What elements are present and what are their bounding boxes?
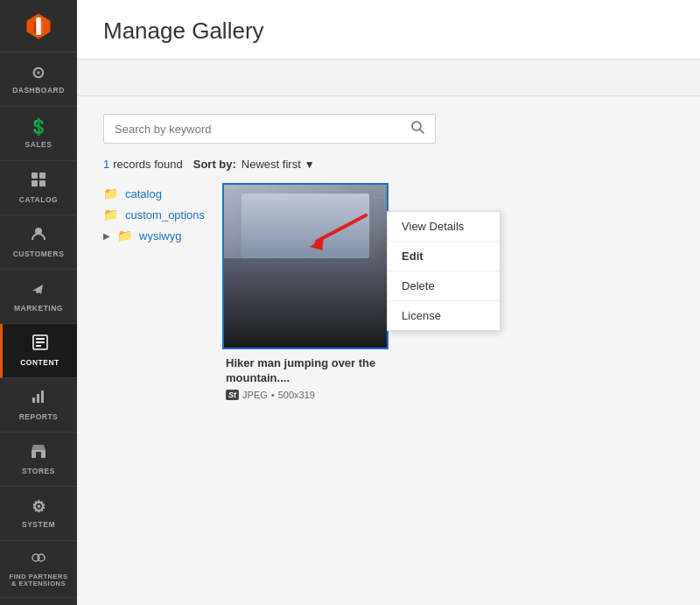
sidebar-item-label: STORES <box>22 467 55 475</box>
svg-point-9 <box>36 290 39 293</box>
context-menu-edit[interactable]: Edit <box>388 242 500 271</box>
svg-rect-13 <box>36 345 41 347</box>
folder-name: custom_options <box>125 208 205 222</box>
folder-item-catalog[interactable]: 📁 catalog <box>103 183 205 204</box>
context-menu-delete[interactable]: Delete <box>388 271 500 301</box>
sidebar-item-label: SYSTEM <box>22 520 55 529</box>
sort-label: Sort by: <box>193 158 236 171</box>
svg-rect-4 <box>32 172 38 179</box>
page-header: Manage Gallery <box>77 0 700 60</box>
image-dimensions: 500x319 <box>278 390 315 400</box>
svg-rect-3 <box>36 18 40 35</box>
svg-rect-6 <box>32 180 38 186</box>
svg-rect-18 <box>36 452 41 458</box>
svg-point-20 <box>38 554 45 561</box>
records-count: 1 <box>103 158 109 171</box>
svg-rect-15 <box>37 394 39 403</box>
sort-value: Newest first <box>242 158 301 171</box>
search-icon <box>410 120 424 134</box>
sidebar-item-label: CUSTOMERS <box>13 250 65 258</box>
folder-icon: 📁 <box>117 229 132 243</box>
context-menu: View Details Edit Delete License <box>387 211 500 331</box>
image-title: Hiker man jumping over the mountain.... <box>226 356 385 386</box>
svg-rect-16 <box>41 390 44 403</box>
catalog-icon <box>31 172 46 192</box>
image-thumbnail-wrap[interactable]: View Details Edit Delete License <box>222 183 388 349</box>
sidebar-item-label: SALES <box>25 140 52 149</box>
folder-name: catalog <box>125 187 162 200</box>
sidebar-item-reports[interactable]: REPORTS <box>0 378 77 433</box>
magento-logo-icon <box>23 11 54 42</box>
sidebar-item-system[interactable]: ⚙ SYSTEM <box>0 487 77 541</box>
sort-chevron-icon: ▼ <box>304 158 315 171</box>
svg-rect-5 <box>39 172 46 179</box>
sidebar-item-dashboard[interactable]: ⊙ DASHBOARD <box>0 53 77 107</box>
svg-line-22 <box>420 130 424 133</box>
sidebar-item-stores[interactable]: STORES <box>0 433 77 487</box>
sort-select[interactable]: Newest first ▼ <box>242 158 315 171</box>
folder-name: wysiwyg <box>139 229 181 243</box>
svg-rect-14 <box>32 397 35 403</box>
reports-icon <box>31 389 46 409</box>
folder-item-wysiwyg[interactable]: ▶ 📁 wysiwyg <box>103 225 205 246</box>
records-label: records found <box>113 158 183 171</box>
page-title: Manage Gallery <box>103 18 674 45</box>
search-button[interactable] <box>410 120 424 137</box>
sidebar-item-label: CATALOG <box>19 195 58 204</box>
sidebar-item-customers[interactable]: CUSTOMERS <box>0 215 77 270</box>
sidebar-item-content[interactable]: CONTENT <box>0 324 77 378</box>
context-menu-license[interactable]: License <box>388 301 500 330</box>
folder-icon: 📁 <box>103 208 118 222</box>
content-icon <box>32 334 48 355</box>
more-options-icon[interactable]: ··· <box>374 190 385 206</box>
sidebar-item-label: FIND PARTNERS& EXTENSIONS <box>10 573 68 588</box>
sidebar: ⊙ DASHBOARD 💲 SALES CATALOG CUSTOMERS <box>0 0 77 605</box>
image-separator: • <box>271 390 275 400</box>
sidebar-item-label: MARKETING <box>14 304 63 313</box>
toolbar-bar <box>77 60 700 96</box>
find-partners-icon <box>31 550 46 570</box>
stock-badge: St <box>226 390 239 400</box>
sales-icon: 💲 <box>29 117 49 137</box>
system-icon: ⚙ <box>32 497 46 517</box>
sidebar-item-label: CONTENT <box>20 358 60 367</box>
dashboard-icon: ⊙ <box>32 63 46 82</box>
svg-rect-11 <box>36 338 45 340</box>
context-menu-view-details[interactable]: View Details <box>388 212 500 242</box>
sidebar-item-label: REPORTS <box>19 412 59 421</box>
content-area: 1 records found Sort by: Newest first ▼ … <box>77 96 700 605</box>
sidebar-item-label: DASHBOARD <box>12 86 65 95</box>
image-thumbnail <box>224 185 387 348</box>
marketing-icon <box>31 280 46 300</box>
folder-item-custom-options[interactable]: 📁 custom_options <box>103 204 205 225</box>
image-format: JPEG <box>242 390 268 400</box>
search-bar <box>103 114 436 144</box>
image-meta: St JPEG • 500x319 <box>226 390 385 400</box>
records-row: 1 records found Sort by: Newest first ▼ <box>103 158 674 171</box>
sidebar-item-marketing[interactable]: MARKETING <box>0 270 77 324</box>
expand-arrow-icon: ▶ <box>103 231 110 241</box>
main-content: Manage Gallery 1 records found Sort by: … <box>77 0 700 605</box>
sidebar-item-find-partners[interactable]: FIND PARTNERS& EXTENSIONS <box>0 541 77 598</box>
sidebar-logo <box>0 0 77 53</box>
search-input[interactable] <box>115 123 410 136</box>
image-grid: View Details Edit Delete License <box>222 183 388 404</box>
folder-list: 📁 catalog 📁 custom_options ▶ 📁 wysiwyg <box>103 183 205 246</box>
folder-icon: 📁 <box>103 186 118 200</box>
image-card-footer: Hiker man jumping over the mountain.... … <box>222 349 388 404</box>
svg-rect-7 <box>39 180 46 186</box>
customers-icon <box>31 226 46 246</box>
sidebar-item-catalog[interactable]: CATALOG <box>0 161 77 215</box>
stores-icon <box>31 443 46 463</box>
image-card: View Details Edit Delete License <box>222 183 388 404</box>
sidebar-item-sales[interactable]: 💲 SALES <box>0 107 77 161</box>
svg-rect-12 <box>36 341 45 343</box>
